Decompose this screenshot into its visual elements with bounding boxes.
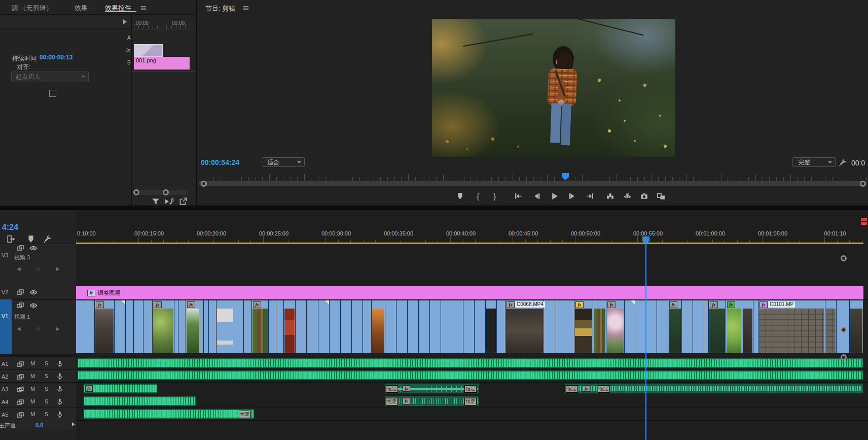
timeline-clip[interactable] [284,300,296,353]
timeline-clip[interactable] [385,300,396,353]
track-header-a3[interactable]: A3MS [0,382,76,395]
mark-in-button[interactable]: { [473,190,484,201]
align-select[interactable]: 起点切入 [11,72,89,82]
audio-clip[interactable] [83,396,197,407]
solo-button[interactable]: S [45,398,48,404]
fx-badge[interactable]: fx [607,301,616,308]
expand-arrow-icon[interactable] [123,19,127,24]
fx-badge[interactable]: fx [85,385,93,392]
timeline-clip[interactable] [635,300,646,353]
fx-badge[interactable]: fx [727,301,735,308]
play-audio-icon[interactable] [165,197,174,205]
timeline-clip[interactable] [216,300,234,353]
fx-badge[interactable]: fx [507,301,515,308]
eye-icon[interactable] [29,301,38,309]
timeline-clip[interactable] [419,300,430,353]
timeline-clip[interactable] [200,300,204,353]
timeline-clip[interactable] [296,300,307,353]
track-name-v1[interactable]: 视频 1 [14,313,30,321]
fx-badge[interactable]: fx [710,301,718,308]
mute-button[interactable]: M [30,411,35,417]
mute-button[interactable]: M [30,398,35,404]
timeline-clip[interactable] [593,300,606,353]
timeline-clip[interactable] [704,300,709,353]
sync-lock-icon[interactable] [16,244,24,251]
sync-lock-icon[interactable] [16,373,24,380]
sync-lock-icon[interactable] [16,386,24,393]
track-id-a4[interactable]: A4 [2,399,8,405]
timeline-clip[interactable] [143,300,153,353]
program-monitor-video[interactable] [432,19,675,157]
timeline-clip[interactable] [544,300,556,353]
fx-badge[interactable]: fx [575,301,584,308]
timeline-clip[interactable] [209,300,216,353]
track-header-v3[interactable] [0,244,76,286]
mute-button[interactable]: M [30,360,35,366]
timeline-clip[interactable]: fx [95,300,115,353]
fx-badge[interactable]: fx [403,385,410,392]
timeline-playhead-head[interactable] [642,236,649,241]
solo-button[interactable]: S [45,411,48,417]
go-to-in-button[interactable] [513,190,524,201]
add-marker-button[interactable] [26,234,35,243]
timeline-clip[interactable] [742,300,753,353]
fx-badge[interactable]: fx [96,301,104,308]
scrollbar-handle[interactable] [860,181,866,187]
sync-lock-icon[interactable] [16,288,24,295]
export-icon[interactable] [178,197,188,205]
timeline-clip[interactable] [126,300,134,353]
track-id-v3[interactable]: V3 [2,252,8,258]
timeline-clip[interactable]: fx [606,300,625,353]
timeline-clip[interactable]: fx [726,300,742,353]
track-name-v3[interactable]: 视频 3 [14,254,30,261]
tab-effects[interactable]: 效果 [75,4,88,13]
audio-clip[interactable]: 恒定 [83,409,255,419]
timeline-clip[interactable]: fxC0101.MP [758,300,825,353]
timeline-clip[interactable] [341,300,352,353]
mic-icon[interactable] [56,360,64,367]
panel-menu-icon[interactable] [140,5,147,11]
timeline-clip[interactable] [363,300,372,353]
program-seek-ruler[interactable] [198,173,868,181]
add-marker-button[interactable] [454,190,465,201]
timeline-settings-button[interactable] [43,234,52,243]
effect-checkbox[interactable] [49,90,56,97]
timeline-clip[interactable] [318,300,330,353]
timeline-clip[interactable] [441,300,452,353]
timeline-clip[interactable] [76,300,95,353]
nest-toggle-button[interactable] [7,234,16,243]
fx-badge[interactable]: fx [583,385,590,392]
keyframe-nav-v3[interactable]: ◀ ◇ ▶ [17,266,67,272]
track-id-a1[interactable]: A1 [2,361,8,367]
timeline-clip[interactable] [463,300,475,353]
timeline-clip[interactable] [625,300,635,353]
scrollbar-handle[interactable] [841,354,847,360]
track-id-a2[interactable]: A2 [2,374,8,380]
timeline-clip[interactable]: fx [668,300,682,353]
duration-value[interactable]: 00:00:00:13 [40,54,73,61]
timeline-clip[interactable] [174,300,178,353]
audio-clip[interactable]: 恒定fx恒定 [565,383,863,394]
timeline-clip[interactable] [408,300,419,353]
timeline-clip[interactable] [693,300,704,353]
mic-icon[interactable] [56,398,64,405]
program-playhead[interactable] [562,173,569,177]
timeline-clip[interactable] [475,300,486,353]
scrollbar-handle[interactable] [201,181,207,187]
solo-button[interactable]: S [45,360,48,366]
fx-badge[interactable]: fx [253,301,261,308]
timeline-clip[interactable]: fxC0068.MP4 [505,300,544,353]
fx-badge[interactable]: fx [187,301,195,308]
extract-button[interactable] [622,190,633,201]
panel-menu-icon[interactable] [242,5,249,11]
scrollbar-handle[interactable] [163,189,169,195]
timeline-clip[interactable] [657,300,668,353]
eye-icon[interactable] [29,244,38,251]
constant-power-badge[interactable]: 恒定 [239,411,251,418]
constant-power-badge[interactable]: 恒定 [464,398,477,405]
master-gain-value[interactable]: 0.0 [35,422,43,428]
timeline-clip[interactable] [269,300,276,353]
timeline-clip[interactable] [556,300,574,353]
lift-button[interactable] [604,190,616,201]
track-id-v2[interactable]: V2 [2,289,8,295]
